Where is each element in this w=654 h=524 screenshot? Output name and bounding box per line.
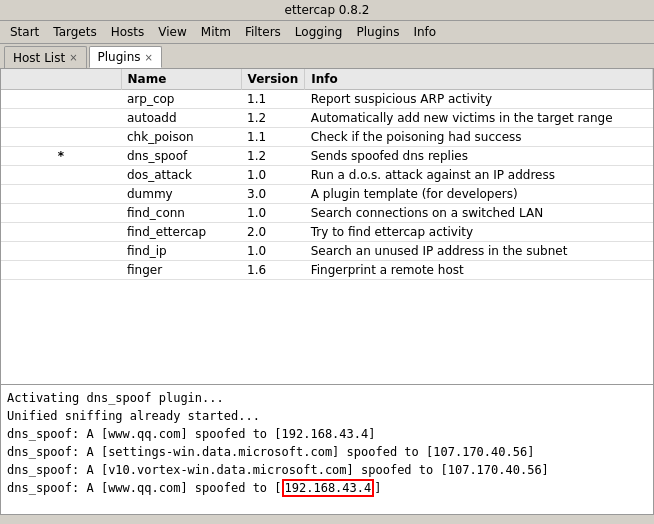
active-marker: * — [1, 147, 121, 166]
plugin-version: 1.0 — [241, 242, 305, 261]
plugin-version: 1.1 — [241, 128, 305, 147]
col-header-version: Version — [241, 69, 305, 90]
table-row[interactable]: find_ip1.0Search an unused IP address in… — [1, 242, 653, 261]
plugin-info: Sends spoofed dns replies — [305, 147, 653, 166]
plugin-info: Report suspicious ARP activity — [305, 90, 653, 109]
plugins-table[interactable]: Name Version Info arp_cop1.1Report suspi… — [1, 69, 653, 384]
col-header-name — [1, 69, 121, 90]
plugins-list: Name Version Info arp_cop1.1Report suspi… — [1, 69, 653, 280]
table-row[interactable]: find_conn1.0Search connections on a swit… — [1, 204, 653, 223]
menu-bar: StartTargetsHostsViewMitmFiltersLoggingP… — [0, 21, 654, 44]
active-marker — [1, 185, 121, 204]
tab-bar: Host List×Plugins× — [0, 44, 654, 69]
table-row[interactable]: dummy3.0A plugin template (for developer… — [1, 185, 653, 204]
plugin-name: finger — [121, 261, 241, 280]
active-marker — [1, 166, 121, 185]
plugin-info: A plugin template (for developers) — [305, 185, 653, 204]
plugin-name: arp_cop — [121, 90, 241, 109]
active-marker — [1, 242, 121, 261]
menu-item-info[interactable]: Info — [407, 23, 442, 41]
plugin-name: autoadd — [121, 109, 241, 128]
tab-close-icon[interactable]: × — [145, 52, 153, 63]
plugin-info: Run a d.o.s. attack against an IP addres… — [305, 166, 653, 185]
table-row[interactable]: chk_poison1.1Check if the poisoning had … — [1, 128, 653, 147]
menu-item-mitm[interactable]: Mitm — [195, 23, 237, 41]
plugin-name: dummy — [121, 185, 241, 204]
log-line: dns_spoof: A [settings-win.data.microsof… — [7, 443, 647, 461]
table-row[interactable]: autoadd1.2Automatically add new victims … — [1, 109, 653, 128]
tab-label: Host List — [13, 51, 65, 65]
menu-item-hosts[interactable]: Hosts — [105, 23, 151, 41]
plugin-version: 1.2 — [241, 109, 305, 128]
log-line: Activating dns_spoof plugin... — [7, 389, 647, 407]
tab-close-icon[interactable]: × — [69, 52, 77, 63]
table-row[interactable]: dos_attack1.0Run a d.o.s. attack against… — [1, 166, 653, 185]
plugins-tbody: arp_cop1.1Report suspicious ARP activity… — [1, 90, 653, 280]
tab-plugins[interactable]: Plugins× — [89, 46, 162, 68]
menu-item-targets[interactable]: Targets — [47, 23, 102, 41]
tab-host-list[interactable]: Host List× — [4, 46, 87, 68]
plugin-version: 2.0 — [241, 223, 305, 242]
title-bar: ettercap 0.8.2 — [0, 0, 654, 21]
log-line: dns_spoof: A [www.qq.com] spoofed to [19… — [7, 479, 647, 497]
plugin-info: Fingerprint a remote host — [305, 261, 653, 280]
plugin-info: Check if the poisoning had success — [305, 128, 653, 147]
active-marker — [1, 204, 121, 223]
main-content: Name Version Info arp_cop1.1Report suspi… — [0, 69, 654, 515]
plugin-version: 1.0 — [241, 166, 305, 185]
plugin-version: 1.0 — [241, 204, 305, 223]
log-line: dns_spoof: A [v10.vortex-win.data.micros… — [7, 461, 647, 479]
col-header-info: Info — [305, 69, 653, 90]
active-marker — [1, 109, 121, 128]
active-marker — [1, 261, 121, 280]
plugin-info: Try to find ettercap activity — [305, 223, 653, 242]
plugin-name: chk_poison — [121, 128, 241, 147]
menu-item-view[interactable]: View — [152, 23, 192, 41]
menu-item-filters[interactable]: Filters — [239, 23, 287, 41]
menu-item-plugins[interactable]: Plugins — [350, 23, 405, 41]
menu-item-start[interactable]: Start — [4, 23, 45, 41]
plugin-version: 3.0 — [241, 185, 305, 204]
app-title: ettercap 0.8.2 — [285, 3, 370, 17]
plugin-version: 1.6 — [241, 261, 305, 280]
tab-label: Plugins — [98, 50, 141, 64]
log-area: Activating dns_spoof plugin...Unified sn… — [1, 384, 653, 514]
table-row[interactable]: find_ettercap2.0Try to find ettercap act… — [1, 223, 653, 242]
plugin-info: Search connections on a switched LAN — [305, 204, 653, 223]
highlighted-ip: 192.168.43.4 — [282, 479, 375, 497]
plugin-info: Search an unused IP address in the subne… — [305, 242, 653, 261]
active-marker — [1, 128, 121, 147]
table-row[interactable]: *dns_spoof1.2Sends spoofed dns replies — [1, 147, 653, 166]
col-header-name2: Name — [121, 69, 241, 90]
log-line: dns_spoof: A [www.qq.com] spoofed to [19… — [7, 425, 647, 443]
plugin-version: 1.2 — [241, 147, 305, 166]
active-marker — [1, 223, 121, 242]
active-marker — [1, 90, 121, 109]
plugin-version: 1.1 — [241, 90, 305, 109]
table-row[interactable]: finger1.6Fingerprint a remote host — [1, 261, 653, 280]
table-row[interactable]: arp_cop1.1Report suspicious ARP activity — [1, 90, 653, 109]
plugin-info: Automatically add new victims in the tar… — [305, 109, 653, 128]
plugin-name: dns_spoof — [121, 147, 241, 166]
plugin-name: find_ip — [121, 242, 241, 261]
log-line: Unified sniffing already started... — [7, 407, 647, 425]
plugin-name: find_conn — [121, 204, 241, 223]
menu-item-logging[interactable]: Logging — [289, 23, 349, 41]
plugin-name: dos_attack — [121, 166, 241, 185]
plugin-name: find_ettercap — [121, 223, 241, 242]
